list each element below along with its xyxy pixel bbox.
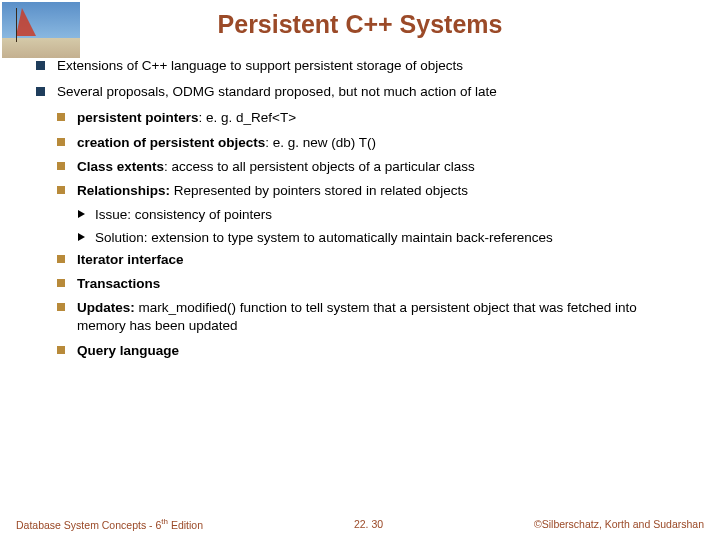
dot-bullet-icon bbox=[57, 186, 65, 194]
dot-bullet-icon bbox=[57, 113, 65, 121]
slide-thumbnail-image bbox=[2, 2, 80, 58]
slide-footer: Database System Concepts - 6th Edition 2… bbox=[0, 517, 720, 531]
bullet-text: Relationships: Represented by pointers s… bbox=[77, 182, 468, 200]
bullet-text: Issue: consistency of pointers bbox=[95, 206, 272, 224]
bullet-l2: Updates: mark_modified() function to tel… bbox=[57, 299, 684, 335]
footer-copyright: ©Silberschatz, Korth and Sudarshan bbox=[534, 518, 704, 530]
bullet-text: Solution: extension to type system to au… bbox=[95, 229, 553, 247]
bullet-text: Transactions bbox=[77, 275, 160, 293]
square-bullet-icon bbox=[36, 61, 45, 70]
bullet-l3: Issue: consistency of pointers bbox=[78, 206, 684, 224]
bullet-l2: Class extents: access to all persistent … bbox=[57, 158, 684, 176]
dot-bullet-icon bbox=[57, 255, 65, 263]
bullet-l2: Query language bbox=[57, 342, 684, 360]
arrow-bullet-icon bbox=[78, 233, 85, 241]
slide-body: Extensions of C++ language to support pe… bbox=[0, 57, 720, 360]
bullet-l2: Relationships: Represented by pointers s… bbox=[57, 182, 684, 200]
bullet-text: Query language bbox=[77, 342, 179, 360]
bullet-l1: Extensions of C++ language to support pe… bbox=[36, 57, 684, 75]
bullet-text: Iterator interface bbox=[77, 251, 184, 269]
bullet-text: Extensions of C++ language to support pe… bbox=[57, 57, 463, 75]
bullet-text: Updates: mark_modified() function to tel… bbox=[77, 299, 684, 335]
dot-bullet-icon bbox=[57, 138, 65, 146]
bullet-text: creation of persistent objects: e. g. ne… bbox=[77, 134, 376, 152]
bullet-text: persistent pointers: e. g. d_Ref<T> bbox=[77, 109, 296, 127]
bullet-l2: persistent pointers: e. g. d_Ref<T> bbox=[57, 109, 684, 127]
arrow-bullet-icon bbox=[78, 210, 85, 218]
dot-bullet-icon bbox=[57, 162, 65, 170]
bullet-l2: creation of persistent objects: e. g. ne… bbox=[57, 134, 684, 152]
dot-bullet-icon bbox=[57, 346, 65, 354]
bullet-text: Class extents: access to all persistent … bbox=[77, 158, 475, 176]
footer-page-number: 22. 30 bbox=[354, 518, 383, 530]
bullet-text: Several proposals, ODMG standard propose… bbox=[57, 83, 497, 101]
bullet-l1: Several proposals, ODMG standard propose… bbox=[36, 83, 684, 101]
dot-bullet-icon bbox=[57, 303, 65, 311]
dot-bullet-icon bbox=[57, 279, 65, 287]
bullet-l2: Iterator interface bbox=[57, 251, 684, 269]
footer-left: Database System Concepts - 6th Edition bbox=[16, 517, 203, 531]
slide-title: Persistent C++ Systems bbox=[0, 0, 720, 57]
bullet-l3: Solution: extension to type system to au… bbox=[78, 229, 684, 247]
bullet-l2: Transactions bbox=[57, 275, 684, 293]
square-bullet-icon bbox=[36, 87, 45, 96]
